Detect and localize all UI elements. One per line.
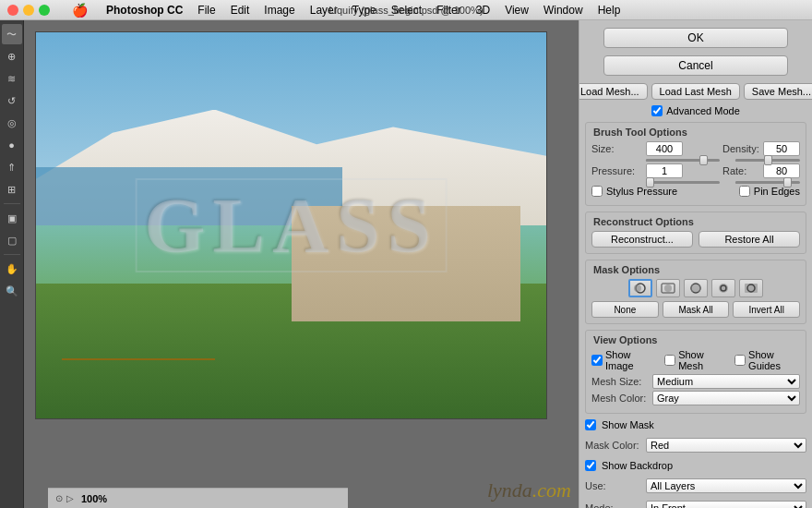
pin-edges-checkbox[interactable] xyxy=(739,186,750,197)
view-checkboxes-row: Show Image Show Mesh Show Guides xyxy=(591,349,800,371)
mode-row: Mode: In FrontBehindBlend xyxy=(585,501,806,508)
ok-cancel-row: OK xyxy=(585,28,806,48)
stylus-pin-row: Stylus Pressure Pin Edges xyxy=(591,186,800,197)
app-body: 〜 ⊕ ≋ ↺ ◎ ● ⇑ ⊞ ▣ ▢ ✋ 🔍 GLASS xyxy=(0,20,812,508)
advanced-mode-label: Advanced Mode xyxy=(666,105,740,116)
mask-icon-2[interactable] xyxy=(656,279,680,297)
mask-color-select[interactable]: RedGreenBlue xyxy=(646,438,806,453)
show-backdrop-row: Show Backdrop xyxy=(585,460,806,471)
use-select[interactable]: All LayersLayer 1 xyxy=(646,478,806,493)
mask-icons-row xyxy=(591,279,800,297)
pressure-input[interactable] xyxy=(646,163,683,178)
show-mesh-checkbox[interactable] xyxy=(664,355,675,366)
density-label: Density: xyxy=(722,143,759,154)
mask-icon-1[interactable] xyxy=(628,279,652,297)
view-section-title: View Options xyxy=(591,334,800,345)
cancel-row: Cancel xyxy=(585,55,806,76)
mode-select[interactable]: In FrontBehindBlend xyxy=(646,501,806,508)
buildings-layer xyxy=(292,206,521,321)
save-mesh-button[interactable]: Save Mesh... xyxy=(744,83,812,100)
mirror-tool[interactable]: ⊞ xyxy=(2,179,22,200)
mesh-buttons-row: Load Mesh... Load Last Mesh Save Mesh... xyxy=(585,83,806,100)
svg-point-3 xyxy=(664,284,672,292)
svg-rect-5 xyxy=(691,284,700,292)
show-mask-checkbox[interactable] xyxy=(585,419,596,430)
mask-icon-4[interactable] xyxy=(711,279,735,297)
canvas-background xyxy=(36,32,546,418)
show-image-item: Show Image xyxy=(591,349,653,371)
fullscreen-button[interactable] xyxy=(39,5,50,16)
hand-tool[interactable]: ✋ xyxy=(2,259,22,279)
twirl-tool[interactable]: ↺ xyxy=(2,91,22,111)
mask-options-section: Mask Options None xyxy=(585,260,806,324)
info-icon: ⊙ xyxy=(55,493,63,503)
advanced-mode-checkbox[interactable] xyxy=(651,105,663,116)
pressure-slider-row xyxy=(591,181,800,184)
freeze-mask-tool[interactable]: ▣ xyxy=(2,208,22,228)
apple-menu[interactable]: 🍎 xyxy=(72,3,88,18)
mask-icon-5[interactable] xyxy=(739,279,763,297)
left-toolbar: 〜 ⊕ ≋ ↺ ◎ ● ⇑ ⊞ ▣ ▢ ✋ 🔍 xyxy=(0,20,24,508)
show-image-checkbox[interactable] xyxy=(591,355,603,366)
rate-input[interactable] xyxy=(763,163,800,178)
show-guides-checkbox[interactable] xyxy=(734,355,746,366)
canvas-area[interactable]: GLASS ⊙ ▷ 100% lynda.com xyxy=(24,20,579,508)
load-last-mesh-button[interactable]: Load Last Mesh xyxy=(651,83,740,100)
mesh-size-select[interactable]: MediumSmallLarge xyxy=(652,374,800,389)
lynda-watermark: lynda.com xyxy=(487,478,571,502)
mesh-size-row: Mesh Size: MediumSmallLarge xyxy=(591,374,800,389)
show-guides-label: Show Guides xyxy=(748,349,800,371)
zoom-tool[interactable]: 🔍 xyxy=(2,281,22,301)
menu-window[interactable]: Window xyxy=(543,4,583,17)
menu-file[interactable]: File xyxy=(197,4,215,17)
bloat-tool[interactable]: ● xyxy=(2,135,22,155)
mesh-color-select[interactable]: GrayRedBlue xyxy=(652,391,800,405)
invert-all-button[interactable]: Invert All xyxy=(733,301,800,318)
warp-tool[interactable]: 〜 xyxy=(2,24,22,44)
menu-help[interactable]: Help xyxy=(598,4,621,17)
rate-slider[interactable] xyxy=(735,181,800,184)
reconstruct-section-title: Reconstruct Options xyxy=(591,216,800,227)
pressure-slider[interactable] xyxy=(646,181,720,184)
size-input[interactable] xyxy=(646,141,683,156)
ok-button[interactable]: OK xyxy=(603,28,788,48)
show-mesh-label: Show Mesh xyxy=(678,349,723,371)
arrow-icon: ▷ xyxy=(66,493,74,503)
close-button[interactable] xyxy=(7,5,18,16)
menu-image[interactable]: Image xyxy=(264,4,294,17)
density-input[interactable] xyxy=(763,141,800,156)
menu-bar: 🍎 Photoshop CC File Edit Image Layer Typ… xyxy=(0,0,812,20)
mesh-color-row: Mesh Color: GrayRedBlue xyxy=(591,391,800,405)
mask-section-title: Mask Options xyxy=(591,264,800,275)
reconstruct-buttons-row: Reconstruct... Restore All xyxy=(591,231,800,248)
cancel-button[interactable]: Cancel xyxy=(603,55,788,76)
brush-section-title: Brush Tool Options xyxy=(591,127,800,138)
minimize-button[interactable] xyxy=(23,5,34,16)
mask-all-button[interactable]: Mask All xyxy=(663,301,730,318)
mask-icon-3[interactable] xyxy=(684,279,708,297)
status-icons: ⊙ ▷ xyxy=(55,493,74,503)
window-title: Liquify (glass_begin.psd @ 100%) xyxy=(328,5,483,16)
menu-view[interactable]: View xyxy=(505,4,529,17)
thaw-mask-tool[interactable]: ▢ xyxy=(2,230,22,250)
show-backdrop-checkbox[interactable] xyxy=(585,460,596,471)
density-slider[interactable] xyxy=(735,159,800,162)
show-guides-item: Show Guides xyxy=(734,349,800,371)
traffic-lights xyxy=(7,5,50,16)
stylus-pressure-checkbox[interactable] xyxy=(591,186,603,197)
mesh-color-label: Mesh Color: xyxy=(591,393,647,404)
size-label: Size: xyxy=(591,143,642,154)
brush-tool-options-section: Brush Tool Options Size: Density: xyxy=(585,122,806,206)
push-tool[interactable]: ⇑ xyxy=(2,157,22,177)
pucker-tool[interactable]: ◎ xyxy=(2,113,22,133)
smooth-tool[interactable]: ≋ xyxy=(2,68,22,89)
stylus-pressure-label: Stylus Pressure xyxy=(606,186,677,197)
reconstruct-button[interactable]: Reconstruct... xyxy=(591,231,693,248)
size-slider[interactable] xyxy=(646,159,720,162)
reconstruct-tool[interactable]: ⊕ xyxy=(2,46,22,67)
menu-edit[interactable]: Edit xyxy=(231,4,250,17)
menu-photoshop[interactable]: Photoshop CC xyxy=(106,4,183,17)
restore-all-button[interactable]: Restore All xyxy=(699,231,800,248)
load-mesh-button[interactable]: Load Mesh... xyxy=(579,83,648,100)
none-button[interactable]: None xyxy=(591,301,659,318)
